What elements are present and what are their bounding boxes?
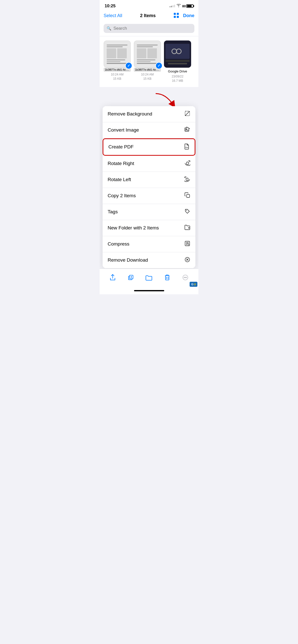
svg-rect-11 (187, 194, 190, 197)
svg-text:PDF: PDF (185, 147, 188, 148)
file-thumb-3 (164, 41, 191, 68)
folder-icon (145, 274, 152, 281)
remove-background-icon (184, 110, 190, 118)
copy-items-icon (184, 192, 190, 199)
menu-item-label-copy-2-items: Copy 2 Items (108, 193, 136, 198)
more-button[interactable] (180, 272, 191, 283)
menu-item-label-remove-background: Remove Background (108, 111, 152, 117)
menu-item-label-create-pdf: Create PDF (108, 144, 134, 150)
share-button[interactable] (107, 272, 118, 283)
search-container: 🔍 (100, 22, 198, 36)
menu-item-rotate-left[interactable]: Rotate Left (103, 172, 195, 188)
menu-item-label-remove-download: Remove Download (108, 257, 148, 263)
search-input[interactable] (113, 26, 191, 31)
grid-view-button[interactable] (174, 13, 179, 19)
convert-image-icon (184, 127, 190, 134)
watermark-g: G (191, 283, 193, 286)
trash-icon (164, 274, 170, 281)
menu-item-label-convert-image: Convert Image (108, 127, 139, 133)
menu-item-remove-background[interactable]: Remove Background (103, 106, 195, 122)
menu-item-copy-2-items[interactable]: Copy 2 Items (103, 188, 195, 204)
file-thumb-1 (104, 41, 131, 68)
file-meta-2: 10:24 AM15 KB (141, 72, 154, 81)
menu-item-label-new-folder: New Folder with 2 Items (108, 225, 159, 231)
file-grid: 1b3f877e-dfd1-4e...61657e 10:24 AM15 KB (100, 36, 198, 87)
menu-item-rotate-right[interactable]: Rotate Right (103, 156, 195, 172)
file-item-1[interactable]: 1b3f877e-dfd1-4e...61657e 10:24 AM15 KB (104, 41, 131, 83)
menu-item-label-rotate-left: Rotate Left (108, 177, 131, 182)
rotate-left-icon (184, 176, 190, 183)
checkmark-2 (155, 62, 162, 69)
file-meta-1: 10:24 AM15 KB (111, 72, 124, 81)
new-folder-icon (184, 224, 190, 232)
folder-button[interactable] (143, 272, 154, 283)
menu-item-create-pdf[interactable]: Create PDF PDF (103, 138, 195, 156)
menu-item-new-folder[interactable]: New Folder with 2 Items (103, 220, 195, 236)
checkmark-1 (125, 62, 132, 69)
search-bar: 🔍 (104, 24, 194, 33)
status-bar: 10:25 80 (100, 0, 198, 11)
arrow-area (100, 91, 198, 106)
signal-icon (169, 5, 175, 7)
menu-item-remove-download[interactable]: Remove Download (103, 252, 195, 268)
svg-rect-3 (177, 16, 179, 18)
bottom-toolbar (100, 269, 198, 288)
context-menu-area: Remove Background Convert Image (100, 87, 198, 268)
svg-point-27 (184, 277, 185, 278)
status-icons: 80 (169, 4, 193, 8)
svg-rect-6 (185, 128, 189, 131)
rotate-right-icon (184, 160, 190, 167)
wifi-icon (177, 4, 181, 8)
compress-icon (184, 240, 190, 248)
svg-point-28 (185, 277, 186, 278)
svg-rect-0 (174, 13, 176, 15)
svg-rect-9 (187, 162, 189, 165)
top-nav: Select All 2 Items Done (100, 11, 198, 22)
svg-line-5 (185, 111, 190, 116)
nav-title: 2 Items (140, 13, 156, 18)
more-icon (182, 274, 189, 281)
menu-item-convert-image[interactable]: Convert Image (103, 122, 195, 138)
status-time: 10:25 (105, 4, 115, 9)
menu-item-compress[interactable]: Compress (103, 236, 195, 252)
battery-percent: 80 (182, 4, 186, 8)
svg-rect-2 (174, 16, 176, 18)
svg-point-12 (186, 210, 187, 211)
file-item-2[interactable]: 1b3f877e-dfd1-4e...1657e 2 10:24 AM15 KB (134, 41, 161, 83)
remove-download-icon (184, 257, 190, 264)
watermark: GU (190, 282, 197, 287)
file-thumb-2 (134, 41, 161, 68)
create-pdf-icon: PDF (184, 143, 190, 151)
nav-right: Done (174, 13, 194, 19)
watermark-u: U (194, 283, 196, 286)
battery-icon: 80 (182, 4, 193, 8)
tags-icon (184, 208, 190, 216)
file-meta-3: 23/09/2216.7 MB (172, 74, 184, 83)
home-indicator (100, 288, 198, 294)
file-name-3: Google Drive (168, 69, 187, 74)
menu-item-label-compress: Compress (108, 241, 130, 247)
grid-icon (174, 13, 179, 18)
svg-point-29 (186, 277, 187, 278)
menu-item-label-tags: Tags (108, 209, 118, 215)
done-button[interactable]: Done (183, 13, 194, 18)
menu-item-label-rotate-right: Rotate Right (108, 161, 134, 166)
svg-rect-10 (186, 178, 188, 181)
svg-rect-1 (177, 13, 179, 15)
file-item-3[interactable]: Google Drive 23/09/2216.7 MB (164, 41, 191, 83)
svg-rect-23 (165, 276, 169, 280)
share-icon (109, 274, 116, 281)
search-icon: 🔍 (107, 26, 111, 31)
home-bar (134, 290, 164, 291)
menu-item-tags[interactable]: Tags (103, 204, 195, 220)
add-copy-button[interactable] (125, 272, 136, 283)
add-copy-icon (127, 274, 134, 281)
trash-button[interactable] (162, 272, 173, 283)
context-menu: Remove Background Convert Image (103, 106, 195, 268)
gdrive-thumbnail (164, 41, 191, 68)
select-all-button[interactable]: Select All (104, 13, 122, 18)
